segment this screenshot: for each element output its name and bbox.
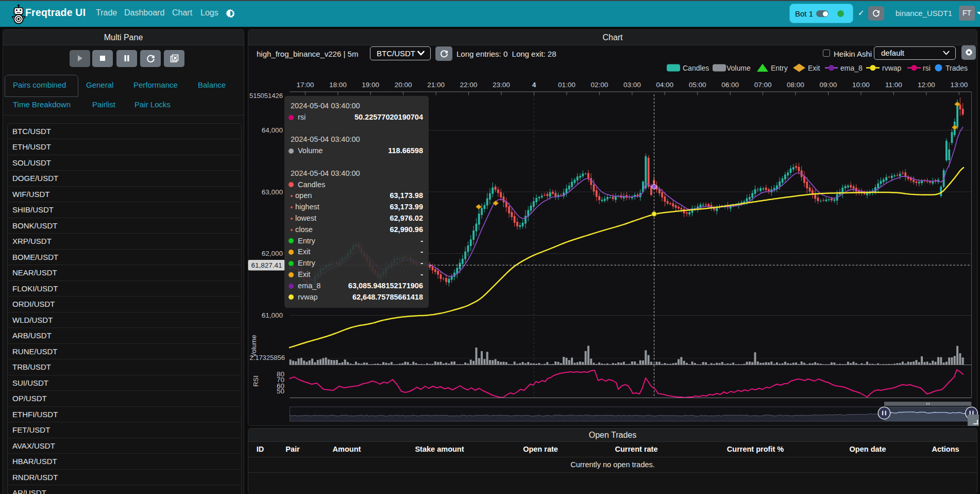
svg-text:02:00: 02:00 [590, 81, 608, 89]
svg-text:Candles: Candles [683, 64, 709, 72]
svg-text:63,000: 63,000 [262, 188, 283, 196]
svg-text:07:00: 07:00 [754, 81, 772, 89]
svg-text:4: 4 [532, 81, 536, 89]
svg-text:12:00: 12:00 [918, 81, 935, 89]
svg-text:19:00: 19:00 [362, 81, 379, 89]
svg-text:Trades: Trades [945, 64, 968, 72]
svg-text:61,827.41: 61,827.41 [251, 261, 282, 269]
svg-text:05:00: 05:00 [689, 81, 706, 89]
svg-text:18:00: 18:00 [329, 81, 347, 89]
svg-text:03:00: 03:00 [623, 81, 641, 89]
svg-text:Volume: Volume [726, 64, 751, 72]
svg-text:rsi: rsi [923, 64, 931, 72]
svg-text:62,000: 62,000 [262, 250, 283, 257]
svg-text:515051426: 515051426 [249, 92, 283, 100]
svg-text:64,000: 64,000 [262, 126, 283, 134]
svg-text:Entry: Entry [771, 64, 788, 72]
svg-text:21:00: 21:00 [427, 81, 445, 89]
svg-text:04:00: 04:00 [656, 81, 673, 89]
svg-text:08:00: 08:00 [787, 81, 804, 89]
svg-text:11:00: 11:00 [885, 81, 902, 89]
svg-text:RSI: RSI [252, 375, 260, 387]
svg-text:09:00: 09:00 [820, 81, 837, 89]
svg-text:ema_8: ema_8 [840, 64, 863, 72]
svg-text:rvwap: rvwap [882, 64, 902, 72]
svg-text:01:00: 01:00 [558, 81, 576, 89]
svg-text:10:00: 10:00 [852, 81, 870, 89]
svg-text:06:00: 06:00 [721, 81, 739, 89]
svg-text:20:00: 20:00 [395, 81, 412, 89]
svg-text:22:00: 22:00 [460, 81, 478, 89]
svg-text:Exit: Exit [808, 64, 820, 72]
svg-text:23:00: 23:00 [493, 81, 510, 89]
svg-text:50: 50 [277, 387, 284, 395]
svg-text:61,000: 61,000 [262, 311, 283, 319]
svg-text:13:00: 13:00 [950, 81, 968, 89]
svg-text:Volume: Volume [250, 335, 258, 357]
svg-text:17:00: 17:00 [296, 81, 314, 89]
